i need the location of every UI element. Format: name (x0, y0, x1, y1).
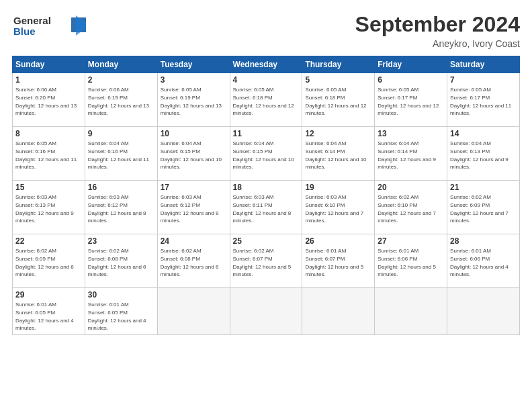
table-row: 1 Sunrise: 6:06 AMSunset: 6:20 PMDayligh… (13, 73, 85, 127)
page: General Blue September 2024 Aneykro, Ivo… (0, 0, 532, 342)
col-thursday: Thursday (302, 56, 375, 73)
day-info: Sunrise: 6:04 AMSunset: 6:15 PMDaylight:… (161, 140, 222, 170)
table-row: 28 Sunrise: 6:01 AMSunset: 6:06 PMDaylig… (447, 234, 520, 288)
day-number: 7 (450, 75, 517, 85)
day-info: Sunrise: 6:03 AMSunset: 6:10 PMDaylight:… (305, 194, 363, 224)
day-number: 12 (305, 129, 371, 138)
table-row: 17 Sunrise: 6:03 AMSunset: 6:12 PMDaylig… (157, 181, 230, 234)
day-number: 10 (161, 129, 227, 138)
table-row: 29 Sunrise: 6:01 AMSunset: 6:05 PMDaylig… (13, 288, 85, 335)
day-number: 17 (161, 183, 227, 192)
col-tuesday: Tuesday (157, 56, 230, 73)
table-row: 12 Sunrise: 6:04 AMSunset: 6:14 PMDaylig… (302, 127, 375, 181)
table-row: 25 Sunrise: 6:02 AMSunset: 6:07 PMDaylig… (230, 234, 302, 288)
day-info: Sunrise: 6:06 AMSunset: 6:20 PMDaylight:… (15, 87, 77, 116)
day-number: 19 (305, 183, 371, 192)
table-row: 7 Sunrise: 6:05 AMSunset: 6:17 PMDayligh… (447, 73, 520, 127)
day-number: 1 (15, 75, 82, 85)
table-row: 3 Sunrise: 6:05 AMSunset: 6:19 PMDayligh… (157, 73, 230, 127)
day-number: 4 (233, 75, 300, 85)
day-info: Sunrise: 6:02 AMSunset: 6:10 PMDaylight:… (378, 194, 436, 224)
table-row (447, 288, 520, 335)
table-row (230, 288, 302, 335)
table-row: 15 Sunrise: 6:03 AMSunset: 6:13 PMDaylig… (13, 181, 85, 234)
table-row: 5 Sunrise: 6:05 AMSunset: 6:18 PMDayligh… (302, 73, 375, 127)
table-row (375, 288, 447, 335)
day-number: 29 (15, 290, 82, 300)
logo: General Blue (12, 12, 86, 43)
table-row: 9 Sunrise: 6:04 AMSunset: 6:16 PMDayligh… (85, 127, 157, 181)
table-row: 26 Sunrise: 6:01 AMSunset: 6:07 PMDaylig… (302, 234, 375, 288)
day-number: 3 (161, 75, 227, 85)
day-info: Sunrise: 6:04 AMSunset: 6:14 PMDaylight:… (305, 140, 366, 170)
day-number: 20 (378, 183, 444, 192)
table-row: 20 Sunrise: 6:02 AMSunset: 6:10 PMDaylig… (375, 181, 447, 234)
day-info: Sunrise: 6:06 AMSunset: 6:19 PMDaylight:… (88, 87, 149, 116)
month-title: September 2024 (355, 12, 520, 37)
day-info: Sunrise: 6:05 AMSunset: 6:18 PMDaylight:… (305, 87, 366, 116)
day-number: 30 (88, 290, 154, 300)
day-number: 13 (378, 129, 444, 138)
table-row: 13 Sunrise: 6:04 AMSunset: 6:14 PMDaylig… (375, 127, 447, 181)
day-info: Sunrise: 6:05 AMSunset: 6:17 PMDaylight:… (450, 87, 511, 116)
day-info: Sunrise: 6:05 AMSunset: 6:17 PMDaylight:… (378, 87, 439, 116)
day-info: Sunrise: 6:02 AMSunset: 6:07 PMDaylight:… (233, 248, 292, 277)
table-row: 11 Sunrise: 6:04 AMSunset: 6:15 PMDaylig… (230, 127, 302, 181)
table-row: 27 Sunrise: 6:01 AMSunset: 6:06 PMDaylig… (375, 234, 447, 288)
day-info: Sunrise: 6:01 AMSunset: 6:06 PMDaylight:… (450, 248, 508, 277)
day-info: Sunrise: 6:03 AMSunset: 6:12 PMDaylight:… (88, 194, 146, 224)
day-info: Sunrise: 6:01 AMSunset: 6:06 PMDaylight:… (378, 248, 436, 277)
day-info: Sunrise: 6:03 AMSunset: 6:12 PMDaylight:… (161, 194, 219, 224)
table-row: 24 Sunrise: 6:02 AMSunset: 6:08 PMDaylig… (157, 234, 230, 288)
table-row: 22 Sunrise: 6:02 AMSunset: 6:09 PMDaylig… (13, 234, 85, 288)
day-info: Sunrise: 6:02 AMSunset: 6:08 PMDaylight:… (88, 248, 146, 277)
day-number: 21 (450, 183, 517, 192)
table-row: 6 Sunrise: 6:05 AMSunset: 6:17 PMDayligh… (375, 73, 447, 127)
day-info: Sunrise: 6:02 AMSunset: 6:09 PMDaylight:… (15, 248, 74, 277)
day-number: 24 (161, 236, 227, 246)
day-number: 22 (15, 236, 82, 246)
day-info: Sunrise: 6:05 AMSunset: 6:18 PMDaylight:… (233, 87, 294, 116)
table-row: 16 Sunrise: 6:03 AMSunset: 6:12 PMDaylig… (85, 181, 157, 234)
table-row (157, 288, 230, 335)
table-row (302, 288, 375, 335)
col-saturday: Saturday (447, 56, 520, 73)
day-info: Sunrise: 6:04 AMSunset: 6:14 PMDaylight:… (378, 140, 436, 170)
table-row: 2 Sunrise: 6:06 AMSunset: 6:19 PMDayligh… (85, 73, 157, 127)
day-number: 23 (88, 236, 154, 246)
table-row: 30 Sunrise: 6:01 AMSunset: 6:05 PMDaylig… (85, 288, 157, 335)
day-info: Sunrise: 6:03 AMSunset: 6:13 PMDaylight:… (15, 194, 74, 224)
calendar-table: Sunday Monday Tuesday Wednesday Thursday… (12, 56, 520, 335)
day-info: Sunrise: 6:04 AMSunset: 6:13 PMDaylight:… (450, 140, 508, 170)
table-row: 21 Sunrise: 6:02 AMSunset: 6:09 PMDaylig… (447, 181, 520, 234)
table-row: 19 Sunrise: 6:03 AMSunset: 6:10 PMDaylig… (302, 181, 375, 234)
day-info: Sunrise: 6:04 AMSunset: 6:15 PMDaylight:… (233, 140, 294, 170)
day-info: Sunrise: 6:01 AMSunset: 6:05 PMDaylight:… (88, 302, 146, 331)
day-number: 26 (305, 236, 371, 246)
day-number: 14 (450, 129, 517, 138)
logo-text: General Blue (12, 12, 86, 43)
table-row: 14 Sunrise: 6:04 AMSunset: 6:13 PMDaylig… (447, 127, 520, 181)
day-info: Sunrise: 6:02 AMSunset: 6:09 PMDaylight:… (450, 194, 508, 224)
col-monday: Monday (85, 56, 157, 73)
day-number: 27 (378, 236, 444, 246)
col-sunday: Sunday (13, 56, 85, 73)
day-number: 9 (88, 129, 154, 138)
day-number: 5 (305, 75, 371, 85)
day-number: 2 (88, 75, 154, 85)
day-number: 6 (378, 75, 444, 85)
day-info: Sunrise: 6:01 AMSunset: 6:05 PMDaylight:… (15, 302, 74, 331)
day-number: 8 (15, 129, 82, 138)
svg-text:Blue: Blue (13, 26, 36, 37)
day-number: 16 (88, 183, 154, 192)
location: Aneykro, Ivory Coast (355, 38, 520, 49)
day-number: 11 (233, 129, 300, 138)
table-row: 10 Sunrise: 6:04 AMSunset: 6:15 PMDaylig… (157, 127, 230, 181)
day-info: Sunrise: 6:03 AMSunset: 6:11 PMDaylight:… (233, 194, 292, 224)
col-wednesday: Wednesday (230, 56, 302, 73)
table-row: 23 Sunrise: 6:02 AMSunset: 6:08 PMDaylig… (85, 234, 157, 288)
col-friday: Friday (375, 56, 447, 73)
svg-text:General: General (13, 15, 51, 26)
day-number: 28 (450, 236, 517, 246)
header: General Blue September 2024 Aneykro, Ivo… (12, 12, 520, 49)
